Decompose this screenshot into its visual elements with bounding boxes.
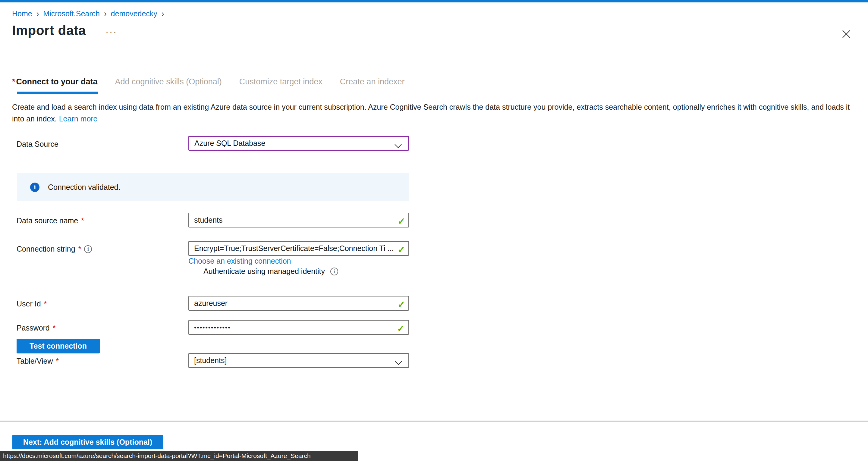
next-step-button[interactable]: Next: Add cognitive skills (Optional)	[12, 435, 163, 449]
azure-top-accent-bar	[0, 0, 868, 2]
data-source-name-value: students	[194, 216, 223, 224]
data-source-value: Azure SQL Database	[194, 139, 265, 148]
info-tooltip-icon[interactable]: i	[330, 268, 338, 275]
connection-string-input[interactable]: Encrypt=True;TrustServerCertificate=Fals…	[188, 241, 409, 256]
data-source-name-label: Data source name *	[17, 216, 84, 225]
data-source-label: Data Source	[17, 140, 59, 149]
data-source-name-input[interactable]: students ✓	[188, 213, 409, 227]
required-star: *	[56, 357, 59, 366]
description-text: Create and load a search index using dat…	[12, 103, 849, 123]
tab-customize-target-index[interactable]: Customize target index	[239, 77, 322, 94]
banner-message: Connection validated.	[48, 183, 120, 192]
required-star: *	[79, 245, 82, 253]
info-tooltip-icon[interactable]: i	[84, 245, 92, 253]
choose-existing-connection-row: Choose an existing connection	[188, 257, 291, 266]
user-id-label-text: User Id	[17, 300, 41, 308]
data-source-name-label-text: Data source name	[17, 216, 78, 225]
connection-string-value: Encrypt=True;TrustServerCertificate=Fals…	[194, 244, 394, 253]
tab-connect-to-your-data[interactable]: *Connect to your data	[12, 77, 98, 94]
data-source-dropdown[interactable]: Azure SQL Database	[188, 136, 409, 151]
breadcrumb-separator-icon: ›	[104, 8, 107, 19]
breadcrumb-home-link[interactable]: Home	[12, 9, 32, 18]
tab-label: Add cognitive skills (Optional)	[115, 77, 222, 86]
table-view-label: Table/View *	[17, 357, 59, 366]
data-source-label-text: Data Source	[17, 140, 59, 149]
learn-more-link[interactable]: Learn more	[59, 115, 98, 123]
valid-check-icon: ✓	[398, 244, 405, 255]
page-description: Create and load a search index using dat…	[12, 101, 857, 125]
tab-add-cognitive-skills[interactable]: Add cognitive skills (Optional)	[115, 77, 222, 94]
connection-string-label: Connection string * i	[17, 245, 92, 253]
tab-label: Customize target index	[239, 77, 322, 86]
table-view-label-text: Table/View	[17, 357, 53, 366]
chevron-down-icon	[395, 359, 402, 367]
managed-identity-checkbox[interactable]	[189, 267, 198, 276]
connection-string-label-text: Connection string	[17, 245, 75, 253]
required-star: *	[81, 216, 84, 225]
user-id-label: User Id *	[17, 300, 47, 308]
password-label: Password *	[17, 324, 56, 332]
breadcrumb-demovedecky-link[interactable]: demovedecky	[111, 9, 157, 18]
tab-create-an-indexer[interactable]: Create an indexer	[340, 77, 405, 94]
password-masked-value: •••••••••••••	[194, 324, 231, 331]
user-id-value: azureuser	[194, 299, 227, 308]
page-title: Import data	[12, 23, 86, 38]
valid-check-icon: ✓	[398, 216, 405, 227]
connection-validated-banner: i Connection validated.	[17, 173, 409, 201]
chevron-down-icon	[394, 142, 402, 150]
tab-label: Connect to your data	[16, 77, 98, 86]
table-view-dropdown[interactable]: [students]	[188, 353, 409, 368]
breadcrumb-separator-icon: ›	[36, 8, 39, 19]
active-tab-underline	[17, 92, 98, 94]
user-id-input[interactable]: azureuser ✓	[188, 296, 409, 311]
footer-divider	[0, 421, 868, 422]
breadcrumb: Home › Microsoft.Search › demovedecky ›	[12, 9, 164, 19]
password-input[interactable]: ••••••••••••• ✓	[188, 320, 409, 335]
valid-check-icon: ✓	[397, 323, 405, 334]
tab-required-star: *	[12, 77, 16, 86]
test-connection-button[interactable]: Test connection	[17, 339, 100, 354]
required-star: *	[44, 300, 47, 308]
wizard-tabs: *Connect to your data Add cognitive skil…	[12, 77, 404, 94]
table-view-value: [students]	[194, 356, 227, 365]
more-options-icon[interactable]: ···	[105, 27, 117, 37]
choose-existing-connection-link[interactable]: Choose an existing connection	[188, 257, 291, 265]
breadcrumb-separator-icon: ›	[161, 8, 164, 19]
managed-identity-row: Authenticate using managed identity i	[189, 267, 338, 276]
valid-check-icon: ✓	[398, 299, 405, 310]
link-status-bar: https://docs.microsoft.com/azure/search/…	[0, 451, 358, 461]
status-url: https://docs.microsoft.com/azure/search/…	[3, 452, 311, 459]
tab-label: Create an indexer	[340, 77, 405, 86]
import-data-page: Home › Microsoft.Search › demovedecky › …	[0, 0, 868, 461]
info-icon: i	[30, 183, 39, 192]
required-star: *	[53, 324, 56, 332]
breadcrumb-microsoft-search-link[interactable]: Microsoft.Search	[43, 9, 100, 18]
close-icon[interactable]	[841, 29, 852, 40]
managed-identity-label: Authenticate using managed identity	[204, 267, 325, 276]
password-label-text: Password	[17, 324, 50, 332]
